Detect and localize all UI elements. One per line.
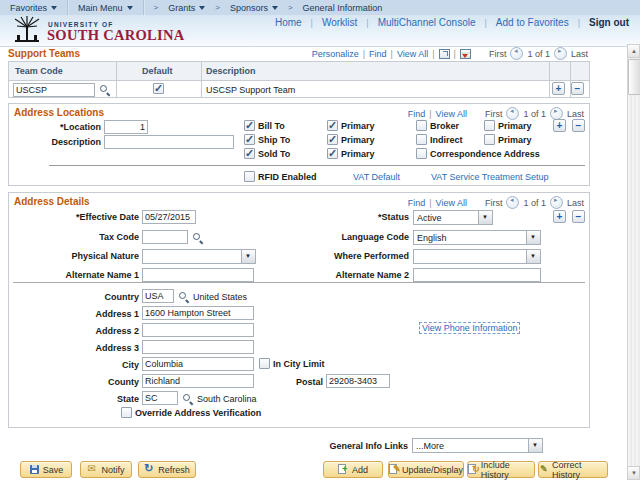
breadcrumb-grants[interactable]: Grants bbox=[168, 3, 205, 13]
add-to-favorites-link[interactable]: Add to Favorites bbox=[496, 17, 569, 28]
delete-row-button[interactable]: − bbox=[571, 82, 584, 95]
alternate-name1-input[interactable] bbox=[142, 268, 254, 282]
view-phone-information-link[interactable]: View Phone Information bbox=[419, 322, 520, 334]
scroll-down-button[interactable] bbox=[627, 466, 640, 480]
delete-row-button[interactable]: − bbox=[572, 119, 585, 132]
address3-input[interactable] bbox=[142, 340, 254, 354]
status-dropdown[interactable]: Active bbox=[413, 210, 493, 225]
toolbar-separator: | bbox=[391, 49, 393, 59]
sold-primary-checkbox[interactable] bbox=[327, 148, 338, 159]
include-history-button[interactable]: ↻ Include History bbox=[467, 461, 535, 478]
location-input[interactable] bbox=[104, 120, 148, 134]
find-link[interactable]: Find bbox=[408, 198, 426, 208]
effective-date-label: *Effective Date bbox=[9, 212, 139, 222]
previous-row-button[interactable] bbox=[510, 47, 523, 60]
correspondence-checkbox[interactable] bbox=[416, 148, 427, 159]
county-input[interactable] bbox=[142, 374, 254, 388]
scrollbar-thumb[interactable] bbox=[628, 59, 640, 95]
previous-row-button[interactable] bbox=[506, 196, 519, 209]
next-row-button[interactable] bbox=[550, 196, 563, 209]
save-button[interactable]: Save bbox=[20, 461, 72, 478]
status-label: *Status bbox=[279, 212, 409, 222]
scroll-up-button[interactable] bbox=[627, 44, 640, 58]
update-display-button[interactable]: ✎ Update/Display bbox=[388, 461, 464, 478]
view-all-link[interactable]: View All bbox=[397, 49, 428, 59]
dropdown-arrow-icon[interactable] bbox=[241, 250, 255, 263]
view-all-link[interactable]: View All bbox=[436, 198, 467, 208]
vat-service-treatment-setup-link[interactable]: VAT Service Treatment Setup bbox=[431, 172, 549, 182]
tax-code-input[interactable] bbox=[142, 230, 188, 244]
sign-out-link[interactable]: Sign out bbox=[589, 17, 629, 28]
ship-primary-checkbox[interactable] bbox=[327, 134, 338, 145]
favorites-menu[interactable]: Favorites bbox=[10, 3, 57, 13]
main-menu[interactable]: Main Menu bbox=[78, 3, 133, 13]
multichannel-console-link[interactable]: MultiChannel Console bbox=[378, 17, 476, 28]
first-label: First bbox=[485, 198, 503, 208]
broker-checkbox[interactable] bbox=[416, 120, 427, 131]
sold-to-checkbox[interactable] bbox=[244, 148, 255, 159]
lookup-icon[interactable] bbox=[192, 232, 203, 243]
previous-row-button[interactable] bbox=[506, 107, 519, 120]
lookup-icon[interactable] bbox=[178, 291, 189, 302]
lookup-icon[interactable] bbox=[182, 393, 193, 404]
zoom-grid-icon[interactable] bbox=[439, 49, 450, 59]
dropdown-arrow-icon[interactable] bbox=[526, 250, 540, 263]
team-code-input[interactable] bbox=[13, 83, 95, 97]
dropdown-arrow-icon[interactable] bbox=[528, 439, 542, 452]
dropdown-arrow-icon[interactable] bbox=[526, 231, 540, 244]
language-code-dropdown[interactable]: English bbox=[413, 230, 541, 245]
bill-primary-checkbox[interactable] bbox=[327, 120, 338, 131]
breadcrumb-sponsors[interactable]: Sponsors bbox=[230, 3, 278, 13]
next-row-button[interactable] bbox=[554, 47, 567, 60]
country-input[interactable] bbox=[142, 289, 174, 303]
header-links: Home | Worklist | MultiChannel Console |… bbox=[275, 17, 629, 28]
download-to-excel-icon[interactable] bbox=[460, 49, 471, 59]
correct-history-button[interactable]: ✎ Correct History bbox=[538, 461, 608, 478]
find-link[interactable]: Find bbox=[369, 49, 387, 59]
ship-to-checkbox[interactable] bbox=[244, 134, 255, 145]
refresh-button[interactable]: Refresh bbox=[138, 461, 196, 478]
indirect-primary-checkbox[interactable] bbox=[484, 134, 495, 145]
add-icon: + bbox=[338, 464, 349, 475]
address-locations-title: Address Locations bbox=[14, 107, 104, 118]
notify-button[interactable]: Notify bbox=[80, 461, 132, 478]
alternate-name2-input[interactable] bbox=[413, 268, 541, 282]
description-input[interactable] bbox=[104, 135, 234, 149]
add-row-button[interactable]: + bbox=[553, 210, 566, 223]
personalize-link[interactable]: Personalize bbox=[312, 49, 359, 59]
address-details-nav: Find | View All First 1 of 1 Last bbox=[408, 196, 584, 209]
state-input[interactable] bbox=[142, 391, 178, 405]
city-input[interactable] bbox=[142, 357, 254, 371]
general-info-links-dropdown[interactable]: ...More bbox=[412, 438, 543, 453]
vat-default-link[interactable]: VAT Default bbox=[353, 172, 400, 182]
column-divider bbox=[116, 62, 117, 97]
dropdown-arrow-icon[interactable] bbox=[478, 211, 492, 224]
view-all-link[interactable]: View All bbox=[436, 109, 467, 119]
city-label: City bbox=[9, 360, 139, 370]
postal-label: Postal bbox=[261, 377, 323, 387]
address1-input[interactable] bbox=[142, 306, 254, 320]
bill-to-checkbox[interactable] bbox=[244, 120, 255, 131]
default-checkbox[interactable] bbox=[153, 83, 164, 94]
home-link[interactable]: Home bbox=[275, 17, 302, 28]
delete-row-button[interactable]: − bbox=[572, 210, 585, 223]
indirect-checkbox[interactable] bbox=[416, 134, 427, 145]
in-city-limit-checkbox[interactable] bbox=[259, 358, 270, 369]
broker-primary-checkbox[interactable] bbox=[484, 120, 495, 131]
add-button[interactable]: + Add bbox=[323, 461, 383, 478]
lookup-icon[interactable] bbox=[99, 84, 110, 95]
physical-nature-dropdown[interactable] bbox=[142, 249, 256, 264]
where-performed-label: Where Performed bbox=[279, 251, 409, 261]
find-link[interactable]: Find bbox=[408, 109, 426, 119]
add-row-button[interactable]: + bbox=[553, 119, 566, 132]
sold-primary-label: Primary bbox=[341, 149, 375, 159]
effective-date-input[interactable] bbox=[142, 210, 196, 224]
override-address-verification-checkbox[interactable] bbox=[121, 407, 132, 418]
add-row-button[interactable]: + bbox=[552, 82, 565, 95]
where-performed-dropdown[interactable] bbox=[413, 249, 541, 264]
address2-input[interactable] bbox=[142, 323, 254, 337]
worklist-link[interactable]: Worklist bbox=[322, 17, 357, 28]
vertical-scrollbar[interactable] bbox=[627, 44, 640, 480]
rfid-enabled-checkbox[interactable] bbox=[244, 171, 255, 182]
postal-input[interactable] bbox=[326, 374, 390, 388]
